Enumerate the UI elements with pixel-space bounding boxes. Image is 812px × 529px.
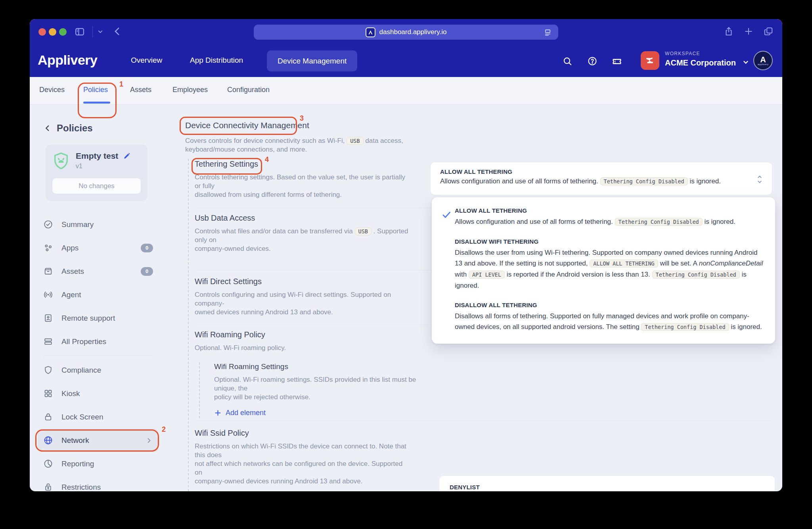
- page-title: Device Connectivity Management: [185, 121, 309, 130]
- section-wifidirect: Wifi Direct SettingsControls configuring…: [195, 277, 417, 317]
- workspace-name[interactable]: ACME Corporation: [665, 58, 736, 67]
- sidebar-item-label: Reporting: [61, 460, 94, 468]
- annotation-number-3: 3: [300, 114, 304, 123]
- back-icon[interactable]: [111, 25, 123, 37]
- id-badge-icon: [43, 313, 53, 323]
- help-icon[interactable]: [587, 56, 598, 66]
- workspace-icon[interactable]: [641, 51, 659, 70]
- no-changes-button[interactable]: No changes: [52, 178, 141, 194]
- sidebar-item-label: Network: [61, 436, 89, 445]
- sidebar-item-label: Assets: [61, 267, 84, 276]
- desktop-background: dashboard.applivery.io Applivery O: [0, 0, 812, 529]
- sidebar-item-kiosk[interactable]: Kiosk: [38, 382, 159, 405]
- dropdown-option-disallow-all-tethering[interactable]: DISALLOW ALL TETHERINGDisallows all form…: [443, 302, 764, 333]
- share-icon[interactable]: [724, 26, 734, 37]
- tab-assets[interactable]: Assets: [130, 86, 151, 94]
- tab-devices[interactable]: Devices: [39, 86, 65, 94]
- android-shield-icon: [52, 151, 70, 172]
- archive-icon: [43, 266, 53, 276]
- policy-sidebar: Policies Empty test: [38, 121, 159, 491]
- tab-configuration[interactable]: Configuration: [227, 86, 270, 94]
- sidebar-item-remote-support[interactable]: Remote support: [38, 306, 159, 330]
- tab-policies[interactable]: Policies: [83, 86, 108, 94]
- url-text: dashboard.applivery.io: [379, 28, 447, 36]
- tab-employees[interactable]: Employees: [172, 86, 208, 94]
- sidebar-item-lock-screen[interactable]: Lock Screen: [38, 405, 159, 429]
- denylist-value-label: DENYLIST: [450, 484, 764, 491]
- back-chevron-icon: [43, 124, 52, 133]
- sidebar-item-compliance[interactable]: Compliance: [38, 358, 159, 382]
- nav-overview[interactable]: Overview: [131, 56, 162, 65]
- broadcast-icon: [43, 290, 53, 300]
- sidebar-item-network[interactable]: Network: [38, 429, 159, 452]
- dropdown-option-disallow-wifi-tethering[interactable]: DISALLOW WIFI TETHERINGDisallows the use…: [443, 238, 764, 291]
- sidebar-item-all-properties[interactable]: All Properties: [38, 330, 159, 353]
- option-description: Allows configuration and use of all form…: [455, 216, 764, 227]
- subsection-heading: Wifi Roaming Settings: [214, 362, 423, 371]
- plus-icon: [214, 409, 222, 417]
- user-avatar[interactable]: A applivery: [753, 51, 773, 70]
- sidebar-item-apps[interactable]: Apps0: [38, 236, 159, 260]
- section-heading: Wifi Ssid Policy: [195, 429, 411, 438]
- italic-text: nonComplianceDetail: [699, 260, 763, 267]
- sidebar-item-summary[interactable]: Summary: [38, 213, 159, 236]
- inline-code-chip: Tethering Config Disabled: [641, 323, 729, 331]
- browser-chrome: dashboard.applivery.io: [30, 19, 782, 44]
- sidebar-item-label: All Properties: [61, 337, 106, 346]
- globe-icon: [43, 435, 53, 445]
- policy-name: Empty test: [76, 151, 118, 161]
- add-element-button[interactable]: Add element: [214, 409, 266, 417]
- section-description: Controls configuring and using Wi-Fi dir…: [195, 290, 417, 317]
- tab-overview-icon[interactable]: [763, 26, 774, 37]
- section-heading: Tethering Settings: [195, 160, 411, 169]
- traffic-light-minimize-button[interactable]: [49, 28, 56, 36]
- search-icon[interactable]: [562, 56, 573, 66]
- sidebar-item-label: Restrictions: [61, 483, 101, 492]
- nav-device-management[interactable]: Device Management: [267, 50, 357, 71]
- section-heading: Wifi Direct Settings: [195, 277, 417, 286]
- traffic-light-close-button[interactable]: [38, 28, 46, 36]
- chevron-down-icon[interactable]: [96, 28, 104, 36]
- description-line: Controls tethering settings. Based on th…: [195, 173, 411, 190]
- annotation-number-1: 1: [119, 80, 123, 88]
- section-description: Optional. Wi-Fi roaming policy.: [195, 344, 423, 352]
- description-line: disallowed from using different forms of…: [195, 190, 411, 199]
- ticket-icon[interactable]: [611, 56, 622, 67]
- chrome-divider: [92, 26, 93, 37]
- applivery-logo[interactable]: Applivery: [38, 52, 97, 68]
- sidebar-item-restrictions[interactable]: Restrictions: [38, 475, 159, 491]
- count-badge: 0: [141, 267, 153, 276]
- description-line: Controls what files and/or data can be t…: [195, 227, 411, 244]
- section-tabbar: DevicesPoliciesAssetsEmployeesConfigurat…: [30, 77, 782, 105]
- sidebar-item-reporting[interactable]: Reporting: [38, 452, 159, 475]
- select-value-label: ALLOW ALL TETHERING: [440, 168, 762, 175]
- nav-app-distribution[interactable]: App Distribution: [190, 56, 243, 65]
- check-circle-icon: [43, 219, 53, 229]
- policy-version: v1: [76, 163, 130, 170]
- select-updown-icon: [755, 173, 764, 185]
- chevron-right-icon: [145, 437, 153, 444]
- sidebar-toggle-icon[interactable]: [74, 26, 85, 37]
- sidebar-item-assets[interactable]: Assets0: [38, 260, 159, 283]
- edit-policy-icon[interactable]: [123, 152, 130, 160]
- grid-icon: [43, 389, 53, 398]
- dropdown-option-allow-all-tethering[interactable]: ALLOW ALL TETHERINGAllows configuration …: [443, 207, 764, 227]
- new-tab-icon[interactable]: [743, 26, 754, 37]
- tethering-settings-select[interactable]: ALLOW ALL TETHERING Allows configuration…: [430, 162, 772, 195]
- policies-back-link[interactable]: Policies: [38, 121, 159, 135]
- tethering-options-dropdown: ALLOW ALL TETHERINGAllows configuration …: [432, 197, 775, 344]
- workspace-label: WORKSPACE: [665, 51, 700, 56]
- address-bar[interactable]: dashboard.applivery.io: [254, 25, 558, 40]
- sidebar-item-agent[interactable]: Agent: [38, 283, 159, 306]
- workspace-chevron-icon[interactable]: [741, 58, 750, 67]
- section-description: Controls tethering settings. Based on th…: [195, 173, 411, 199]
- sidebar-item-label: Agent: [61, 290, 81, 299]
- subsection-description: Optional. Wi-Fi roaming settings. SSIDs …: [214, 375, 423, 402]
- wifi-ssid-policy-type-select[interactable]: DENYLIST: [439, 475, 775, 491]
- annotation-number-4: 4: [265, 156, 269, 164]
- description-line: not affect which networks can be configu…: [195, 460, 411, 477]
- pie-icon: [43, 459, 53, 469]
- traffic-light-zoom-button[interactable]: [59, 28, 67, 36]
- reader-view-icon[interactable]: [543, 27, 553, 37]
- description-line: policy will be rejected otherwise.: [214, 393, 423, 402]
